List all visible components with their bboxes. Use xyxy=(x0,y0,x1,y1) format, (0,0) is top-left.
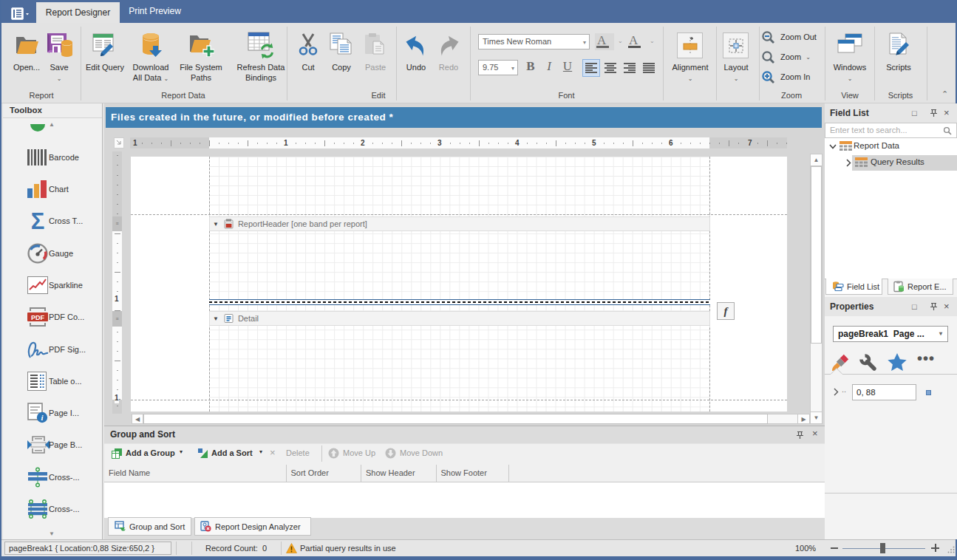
svg-text:PDF: PDF xyxy=(31,313,45,321)
svg-text:Σ: Σ xyxy=(31,211,45,231)
